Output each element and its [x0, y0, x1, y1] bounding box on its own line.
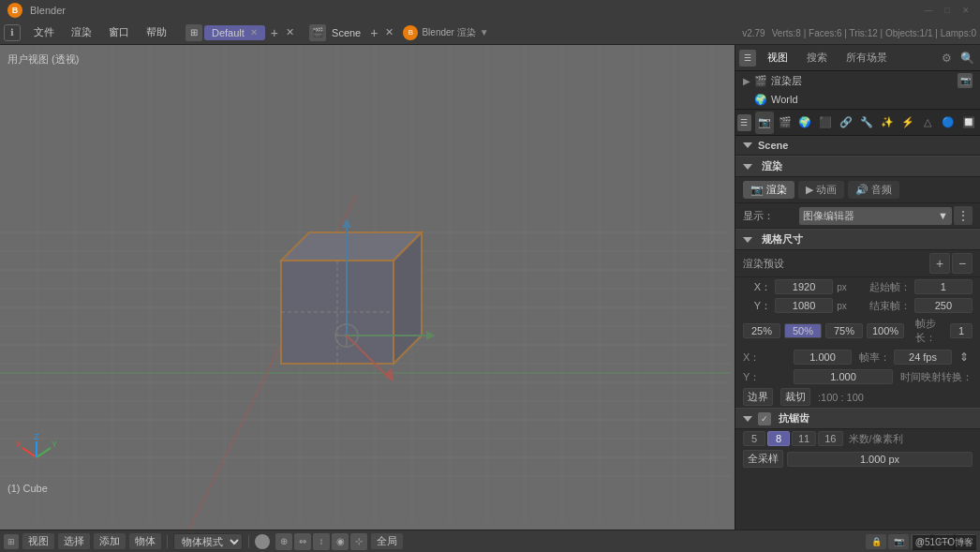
outliner-tab-search[interactable]: 搜索	[799, 49, 835, 67]
prop-icon-constraints[interactable]: 🔗	[837, 112, 855, 134]
right-panel: ☰ 视图 搜索 所有场景 ⚙ 🔍 ▶ 🎬 渲染层 📷 🌍 World	[735, 45, 980, 530]
aa-11-btn[interactable]: 11	[792, 431, 816, 446]
prop-icon-texture[interactable]: 🔲	[959, 112, 978, 134]
prop-icon-material[interactable]: 🔵	[939, 112, 958, 134]
add-workspace-button[interactable]: +	[267, 25, 282, 40]
fps-input[interactable]: 24 fps	[894, 350, 952, 365]
menu-window[interactable]: 窗口	[101, 23, 137, 41]
menu-render[interactable]: 渲染	[64, 23, 99, 41]
properties-content: Scene 渲染 📷 渲染 ▶ 动画 🔊 音频	[735, 136, 980, 530]
view-lock-btn[interactable]: 🔒	[866, 534, 886, 549]
world-icon: 🌍	[754, 94, 767, 106]
grid-svg	[0, 45, 735, 530]
bottom-select-btn[interactable]: 选择	[58, 533, 90, 549]
display-row: 显示： 图像编辑器 ▼ ⋮	[735, 203, 980, 229]
aa-values-row: 5 8 11 16 米数/像素利	[735, 429, 980, 448]
border-btn[interactable]: 边界	[743, 388, 773, 406]
maximize-button[interactable]: □	[941, 4, 954, 17]
scene-triangle	[743, 142, 752, 148]
end-frame-input[interactable]: 250	[914, 298, 973, 313]
vp-opt2[interactable]: ⇔	[294, 533, 311, 550]
frame-step-input[interactable]: 1	[950, 323, 973, 338]
dropdown-chevron: ▼	[938, 210, 948, 221]
crop-btn[interactable]: 裁切	[780, 388, 810, 406]
scene-label: Scene	[328, 27, 364, 38]
bottom-sep2	[248, 535, 249, 548]
pct-50-btn[interactable]: 50%	[784, 323, 822, 338]
prop-icon-world[interactable]: 🌍	[796, 112, 815, 134]
menu-file[interactable]: 文件	[26, 23, 62, 41]
minimize-button[interactable]: —	[922, 4, 935, 17]
prop-icon-scene[interactable]: 🎬	[776, 112, 794, 134]
aa-5-btn[interactable]: 5	[743, 431, 765, 446]
fps-arrows[interactable]: ⇕	[956, 349, 973, 366]
panel-menu-icon[interactable]: ☰	[739, 50, 756, 67]
outliner-search-icon[interactable]: 🔍	[958, 49, 976, 67]
outliner-filter-icon[interactable]: ⚙	[937, 49, 956, 67]
prop-icon-render[interactable]: 📷	[755, 112, 774, 134]
bottom-object-btn[interactable]: 物体	[129, 533, 161, 549]
dimensions-section-header[interactable]: 规格尺寸	[735, 229, 980, 250]
outliner-item-renderlayer[interactable]: ▶ 🎬 渲染层 📷	[735, 71, 980, 90]
render-tab-animation[interactable]: ▶ 动画	[798, 181, 844, 199]
viewport[interactable]: 视图 选择 添加 物体 物体模式 ▼ ⚙ ⟺ 全局 🔒	[0, 45, 735, 530]
outliner-controls: ⚙ 🔍	[937, 49, 976, 67]
menu-help[interactable]: 帮助	[139, 23, 174, 41]
mode-select[interactable]: 物体模式	[173, 533, 243, 550]
bottom-add-btn[interactable]: 添加	[94, 533, 126, 549]
pct-75-btn[interactable]: 75%	[825, 323, 863, 338]
close-icon[interactable]: ✕	[286, 26, 294, 38]
aspect-x-input[interactable]: 1.000	[794, 350, 852, 365]
preset-add-btn[interactable]: +	[929, 253, 950, 274]
render-tab-audio[interactable]: 🔊 音频	[848, 181, 899, 199]
close-scene-icon[interactable]: ✕	[385, 26, 393, 38]
vp-opt1[interactable]: ⊕	[275, 533, 292, 550]
render-section-header[interactable]: 渲染	[735, 156, 980, 177]
aspect-y-input[interactable]: 1.000	[794, 369, 893, 384]
aa-checkbox[interactable]: ✓	[758, 412, 771, 425]
vp-opt3[interactable]: ↕	[313, 533, 330, 550]
display-option-btn[interactable]: ⋮	[954, 206, 973, 225]
vp-opt4[interactable]: ◉	[332, 533, 349, 550]
svg-line-52	[22, 448, 37, 457]
dropdown-icon[interactable]: ▼	[480, 27, 489, 37]
add-scene-button[interactable]: +	[366, 25, 381, 40]
display-value-btn[interactable]: 图像编辑器 ▼	[799, 207, 952, 225]
menu-bar: ℹ 文件 渲染 窗口 帮助 ⊞ Default ✕ + ✕ 🎬 Scene + …	[0, 21, 980, 45]
pct-100-btn[interactable]: 100%	[867, 323, 904, 338]
aspect-y-row: Y： 1.000 时间映射转换：	[735, 367, 980, 386]
aspect-x-row: X： 1.000 帧率： 24 fps ⇕	[735, 347, 980, 367]
info-icon: ℹ	[4, 24, 21, 41]
pixel-size-value[interactable]: 1.000 px	[787, 452, 973, 467]
outliner-tab-view[interactable]: 视图	[760, 49, 795, 67]
workspace-default[interactable]: Default ✕	[204, 25, 265, 40]
res-x-input[interactable]: 1920	[775, 279, 833, 294]
outliner-tab-all-scenes[interactable]: 所有场景	[839, 49, 895, 67]
aa-16-btn[interactable]: 16	[818, 431, 842, 446]
bottom-menu-icon[interactable]: ⊞	[4, 534, 19, 549]
renderlayer-cam-icon[interactable]: 📷	[958, 73, 973, 88]
outliner-item-world[interactable]: 🌍 World	[735, 90, 980, 109]
prop-icon-physics[interactable]: ⚡	[898, 112, 917, 134]
preset-remove-btn[interactable]: −	[952, 253, 973, 274]
prop-icon-object[interactable]: ⬛	[816, 112, 835, 134]
shading-dot[interactable]	[255, 534, 270, 549]
global-btn[interactable]: 全局	[371, 533, 403, 549]
res-y-input[interactable]: 1080	[775, 298, 833, 313]
prop-icon-modifiers[interactable]: 🔧	[857, 112, 876, 134]
render-tabs: 📷 渲染 ▶ 动画 🔊 音频	[735, 177, 980, 203]
prop-icon-data[interactable]: △	[919, 112, 938, 134]
aa-8-btn[interactable]: 8	[767, 431, 790, 446]
percent-row: 25% 50% 75% 100% 帧步长： 1	[735, 315, 980, 347]
camera-btn[interactable]: 📷	[888, 534, 909, 549]
pct-25-btn[interactable]: 25%	[743, 323, 780, 338]
start-frame-input[interactable]: 1	[914, 279, 973, 294]
render-tab-render[interactable]: 📷 渲染	[743, 181, 794, 199]
vp-opt5[interactable]: ⊹	[350, 533, 367, 550]
aa-section-header[interactable]: ✓ 抗锯齿	[735, 408, 980, 429]
bottom-view-btn[interactable]: 视图	[22, 533, 54, 549]
prop-icon-particles[interactable]: ✨	[878, 112, 897, 134]
close-button[interactable]: ✕	[959, 4, 973, 17]
prop-menu-icon[interactable]: ☰	[737, 114, 751, 131]
full-sample-btn[interactable]: 全采样	[743, 450, 783, 468]
